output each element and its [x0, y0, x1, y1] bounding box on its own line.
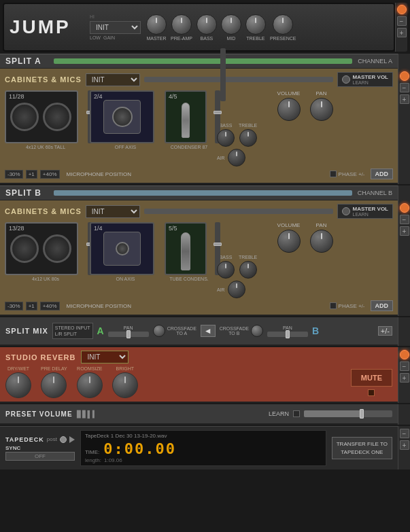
split-a-treble-label: TREBLE: [239, 123, 257, 128]
split-b-header: SPLIT B CHANNEL B: [0, 185, 410, 200]
split-b-vol-pan: VOLUME PAN BASS: [217, 222, 393, 298]
rail-plus-split-a[interactable]: +: [400, 94, 409, 104]
split-a-mic-slider[interactable]: [220, 48, 226, 101]
rail-minus-amp[interactable]: −: [397, 16, 407, 26]
reverb-section: STUDIO REVERB INIT DRY/WET PRE DELAY: [0, 347, 398, 403]
split-a-cab-counter: 11/28: [9, 93, 24, 100]
split-a-trim-left: -30%: [5, 170, 23, 179]
reverb-mute-btn[interactable]: MUTE: [351, 369, 392, 387]
split-a-treble-knob[interactable]: [239, 129, 257, 147]
split-mix-pm-btn[interactable]: +/-: [378, 326, 392, 336]
preamp-knob[interactable]: [171, 14, 192, 35]
split-b-master-label: MASTER VOL: [353, 206, 388, 212]
crossfade-arrow-btn[interactable]: ◄: [201, 325, 216, 337]
split-b-volume-label: VOLUME: [277, 222, 301, 228]
master-knob[interactable]: [146, 14, 167, 35]
tapedeck-sync-off-btn[interactable]: OFF: [5, 452, 75, 461]
split-mix-label: SPLIT MIX: [5, 327, 48, 335]
tapedeck-time-display: TapeDeck 1 Dec 30 13-19-20.wav TIME: 0:0…: [80, 430, 326, 466]
crossfade-to-b: CROSSFADETO B: [220, 325, 263, 337]
rail-minus-tapedeck[interactable]: −: [400, 429, 409, 438]
amp-preset-select[interactable]: INIT: [90, 21, 141, 34]
presence-knob-group: PRESENCE: [270, 14, 296, 41]
split-b-condenser: 5/5 TUBE CONDENS.: [165, 222, 213, 281]
tapedeck-transfer-btn[interactable]: TRANSFER FILE TO TAPEDECK ONE: [332, 437, 392, 459]
split-mix-pan-slider-b[interactable]: [267, 332, 308, 337]
reverb-roomsize-knob[interactable]: [77, 372, 103, 398]
power-btn-split-b[interactable]: [400, 203, 409, 213]
split-b-volume-knob[interactable]: [277, 230, 301, 253]
bass-knob-group: BASS: [197, 14, 217, 41]
bass-knob[interactable]: [197, 14, 217, 35]
split-b-cab-label: 4x12 UK 80s: [5, 277, 86, 281]
treble-knob[interactable]: [245, 14, 266, 35]
preset-vol-slider[interactable]: [304, 410, 392, 417]
rail-plus-split-b[interactable]: +: [400, 226, 409, 236]
split-b-air-knob[interactable]: [228, 281, 245, 298]
split-a-cabs: CABINETS & MICS INIT MASTER VOL LEARN 11…: [0, 69, 398, 184]
split-a-master-vol[interactable]: MASTER VOL LEARN: [337, 72, 393, 87]
split-a-volume-label: VOLUME: [277, 90, 301, 96]
rail-plus-reverb[interactable]: +: [400, 373, 409, 383]
split-b-add-btn[interactable]: ADD: [371, 300, 394, 311]
preset-vol-learn-label: LEARN: [269, 410, 289, 417]
split-b-pan-knob[interactable]: [310, 230, 333, 253]
power-btn-split-a[interactable]: [400, 71, 409, 81]
split-b-rail: [398, 185, 410, 200]
split-a-add-btn[interactable]: ADD: [371, 169, 394, 179]
preset-vol-section: PRESET VOLUME ▊▋▌▍ LEARN: [0, 404, 398, 425]
rail-minus-split-b[interactable]: −: [400, 215, 409, 224]
split-b-cabs-title: CABINETS & MICS: [5, 207, 82, 215]
split-b-treble-knob[interactable]: [239, 261, 257, 279]
reverb-bright-knob[interactable]: [112, 372, 138, 398]
split-a-bass-knob[interactable]: [217, 129, 235, 147]
split-b-tube-shape: [181, 232, 190, 270]
split-a-cabs-preset[interactable]: INIT: [86, 73, 140, 86]
split-a-volume-knob[interactable]: [277, 98, 301, 121]
split-mix-section: SPLIT MIX STEREO INPUT L/R SPLIT A PAN C…: [0, 317, 398, 346]
split-a-condenser: 4/5 CONDENSER 87: [165, 90, 213, 149]
split-mix-pan-slider-a[interactable]: [108, 332, 149, 337]
split-b-right-rail: − +: [398, 200, 410, 316]
rail-plus-tapedeck[interactable]: +: [400, 440, 409, 450]
reverb-drywet-label: DRY/WET: [7, 366, 29, 371]
reverb-drywet-knob[interactable]: [5, 372, 31, 398]
rail-minus-split-a[interactable]: −: [400, 83, 409, 92]
split-a-pan-knob[interactable]: [310, 98, 333, 121]
mid-knob[interactable]: [221, 14, 241, 35]
reverb-predelay-knob[interactable]: [41, 372, 67, 398]
split-b-phase-check[interactable]: [330, 302, 337, 309]
split-a-rail: [398, 54, 410, 69]
split-a-air-knob[interactable]: [228, 149, 245, 166]
rail-minus-reverb[interactable]: −: [400, 361, 409, 371]
gain-hi-label: HI: [90, 14, 141, 20]
preset-vol-learn-check[interactable]: [293, 410, 300, 417]
split-a-mic-pos-bottom: MICROPHONE POSITION: [67, 171, 132, 177]
power-indicator-amp[interactable]: [397, 5, 407, 14]
master-knob-group: MASTER: [146, 14, 167, 41]
crossfade-knob-b[interactable]: [251, 325, 263, 337]
split-a-cab-label: 4x12 UK 60s TALL: [5, 145, 86, 149]
reverb-mute-check[interactable]: [368, 389, 375, 396]
split-b-master-vol[interactable]: MASTER VOL LEARN: [337, 204, 393, 219]
tapedeck-right-rail: − +: [398, 426, 410, 469]
treble-knob-label: TREBLE: [246, 36, 264, 41]
split-b-mic-counter: 1/4: [94, 225, 103, 232]
power-btn-reverb[interactable]: [400, 350, 409, 359]
split-a-label: SPLIT A: [5, 56, 41, 66]
rail-plus-amp[interactable]: +: [397, 28, 407, 37]
split-a-trim-mid: +1: [26, 170, 37, 179]
split-a-phase-check[interactable]: [330, 171, 337, 177]
split-b-cabs-preset[interactable]: INIT: [86, 205, 140, 218]
split-b-bass-knob[interactable]: [217, 261, 235, 279]
split-a-mic-pos-label: OFF AXIS: [90, 145, 161, 149]
split-b-cab-counter: 13/28: [9, 225, 24, 232]
split-a-vol-bar: [144, 77, 333, 82]
presence-knob[interactable]: [273, 14, 293, 35]
tapedeck-length-label: length:: [85, 457, 101, 463]
preamp-knob-label: PRE-AMP: [171, 36, 192, 41]
split-b-vol-dot: [342, 207, 350, 215]
split-b-phase-label: PHASE +/-: [339, 303, 365, 309]
crossfade-knob-a[interactable]: [153, 325, 165, 337]
reverb-preset-select[interactable]: INIT: [81, 351, 129, 363]
